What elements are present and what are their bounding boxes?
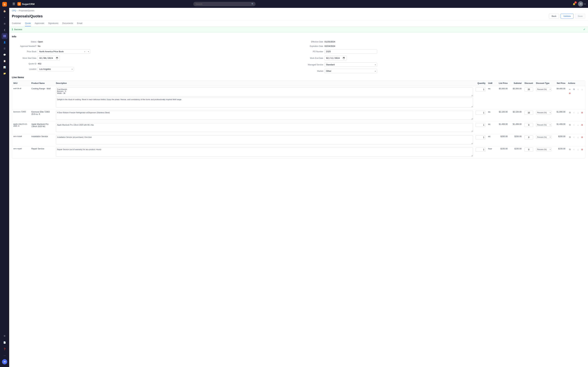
search-input[interactable] [193, 2, 256, 6]
sidebar-icon-grid[interactable]: ⊞ [2, 21, 8, 26]
price-book-clear-icon[interactable]: × [83, 50, 86, 53]
row4-up-button[interactable]: ↑ [572, 135, 576, 139]
row3-uom: ea [487, 122, 495, 134]
row1-discount [523, 86, 535, 109]
row1-copy-button[interactable]: ⧉ [572, 87, 576, 91]
row1-down-button[interactable]: ↓ [580, 87, 584, 91]
row3-up-button[interactable]: ↑ [572, 123, 576, 127]
row4-down-button[interactable]: ↓ [576, 135, 580, 139]
location-select[interactable]: Los Angeles [38, 67, 74, 71]
sidebar-icon-list[interactable]: ☰ [2, 46, 8, 51]
row4-desc-textarea[interactable]: Installation Service (at purchase): One … [56, 135, 473, 144]
tab-quote[interactable]: Quote [25, 20, 31, 26]
row5-up-button[interactable]: ↑ [572, 148, 576, 151]
row1-qty-input[interactable] [476, 87, 485, 92]
row4-copy-button[interactable]: ⧉ [568, 135, 571, 139]
row3-qty-input[interactable] [476, 123, 485, 127]
row5-discount-type-select[interactable]: Percent (%) Amount [536, 148, 551, 151]
row1-desc-long-textarea[interactable]: Delight in the ritual of cooking. Revel … [56, 98, 473, 108]
row2-delete-button[interactable]: ⊗ [580, 111, 584, 114]
row1-up-button[interactable]: ↑ [576, 87, 580, 91]
row5-qty-input[interactable] [476, 148, 485, 151]
row4-uom: ea [487, 134, 495, 146]
row1-discount-input[interactable] [525, 87, 533, 92]
tab-email[interactable]: Email [77, 20, 83, 26]
row1-discount-type-select[interactable]: Percent (%) Amount [536, 87, 551, 91]
sidebar-icon-help[interactable]: ❓ [2, 346, 8, 352]
user-dropdown-arrow[interactable]: ▾ [585, 3, 585, 5]
row4-qty-input[interactable] [476, 135, 485, 139]
row2-discount-type-wrapper: Percent (%) Amount ▾ [536, 111, 551, 114]
notification-bell[interactable]: 🔔 7 [571, 1, 577, 7]
success-close-icon[interactable]: ✓ [583, 28, 585, 31]
managed-service-select[interactable]: Standard [325, 62, 377, 67]
sidebar-icon-collapse[interactable]: ❮ [2, 27, 8, 33]
market-select[interactable]: Other [325, 69, 377, 73]
row3-discount-input[interactable] [525, 123, 533, 127]
row2-qty-input[interactable] [476, 111, 485, 115]
row3-copy-button[interactable]: ⧉ [568, 123, 571, 127]
sidebar-icon-chat[interactable]: 💬 [2, 52, 8, 58]
user-avatar-sidebar[interactable]: JB [2, 359, 7, 364]
sidebar-icon-contacts[interactable]: 👤 [2, 39, 8, 45]
row5-desc-textarea[interactable]: Repair Service (out of warranty) for any… [56, 148, 473, 157]
table-row: apple-mbp13-m1-2020. É Apple Macbook Pro… [12, 122, 585, 134]
row4-discount-input[interactable] [525, 135, 533, 139]
save-button[interactable]: Save [575, 14, 585, 18]
col-discount: Discount [523, 80, 535, 86]
tab-signatures[interactable]: Signatures [48, 20, 58, 26]
search-bar[interactable]: 🔍 [193, 2, 256, 6]
tab-documents[interactable]: Documents [62, 20, 73, 26]
back-button[interactable]: Back [549, 14, 559, 18]
row4-discount-type-select[interactable]: Percent (%) Amount [536, 135, 551, 139]
tab-approvals[interactable]: Approvals [35, 20, 44, 26]
row3-net-price: $1,499.00 [553, 122, 567, 134]
row3-discount-type-select[interactable]: Percent (%) Amount [536, 123, 551, 127]
row3-delete-button[interactable]: ⊗ [580, 123, 584, 127]
col-quantity: Quantity [474, 80, 487, 86]
sidebar-icon-module2[interactable]: 📊 [2, 64, 8, 70]
sidebar-icon-cpq[interactable] [2, 33, 8, 39]
po-number-input[interactable] [325, 49, 377, 54]
row2-down-button[interactable]: ↓ [576, 111, 580, 114]
row1-sku: wolf-36-df [12, 86, 30, 109]
row3-desc-textarea[interactable]: Apple Macbook Pro 13inch 2020 with M1 ch… [56, 123, 473, 132]
row2-up-button[interactable]: ↑ [572, 111, 576, 114]
row2-discount-type-select[interactable]: Percent (%) Amount [536, 111, 551, 114]
row3-actions: ⧉ ↑ ↓ ⊗ [567, 122, 585, 134]
sidebar-icon-more[interactable]: ⋯ [2, 353, 8, 359]
row5-delete-button[interactable]: ⊗ [580, 148, 584, 151]
row5-copy-button[interactable]: ⧉ [568, 148, 571, 151]
work-start-date-input[interactable] [38, 56, 60, 60]
row3-down-button[interactable]: ↓ [576, 123, 580, 127]
sidebar-icon-module3[interactable]: 📁 [2, 70, 8, 76]
tabs-bar: Customer Quote Approvals Signatures Docu… [9, 20, 588, 26]
row2-discount-input[interactable] [525, 111, 533, 115]
sidebar-icon-add[interactable]: ＋ [2, 14, 8, 20]
row2-copy-button[interactable]: ⧉ [568, 111, 571, 114]
sidebar-icon-module1[interactable]: 📋 [2, 58, 8, 64]
validate-button[interactable]: Validate [561, 14, 574, 18]
user-avatar-nav[interactable]: JB [578, 1, 583, 7]
row1-delete-button[interactable]: ⊗ [568, 92, 571, 95]
sidebar-logo[interactable]: S [1, 1, 8, 7]
price-book-dropdown-icon[interactable]: ▾ [86, 51, 90, 52]
work-end-date-input[interactable] [325, 56, 347, 60]
sidebar-icon-home[interactable]: 🏠 [2, 8, 8, 14]
row5-down-button[interactable]: ↓ [576, 148, 580, 151]
row1-desc-textarea[interactable]: Fuel-Electric Burners - 5 Width - 36 [56, 87, 473, 97]
breadcrumb-root[interactable]: CPQ [12, 9, 16, 12]
hamburger-menu[interactable]: ☰ [12, 1, 16, 6]
row1-edit-button[interactable]: ✏ [568, 87, 571, 91]
managed-service-select-wrapper: Standard ▾ [325, 62, 377, 67]
row3-product: Apple Macbook Pro 13inch 2020 M1 [30, 122, 55, 134]
svg-text:S: S [4, 3, 5, 6]
row4-delete-button[interactable]: ⊗ [580, 135, 584, 139]
row5-discount-input[interactable] [525, 148, 533, 151]
tab-customer[interactable]: Customer [12, 20, 21, 26]
sidebar-icon-settings[interactable]: ⚙ [2, 333, 8, 339]
price-book-input[interactable] [38, 50, 83, 54]
sidebar-icon-document[interactable]: 📄 [2, 340, 8, 345]
row2-desc-textarea[interactable]: 4-Door Bottom-Freezer Refrigerator w/Dis… [56, 111, 473, 120]
row1-qty [474, 86, 487, 109]
